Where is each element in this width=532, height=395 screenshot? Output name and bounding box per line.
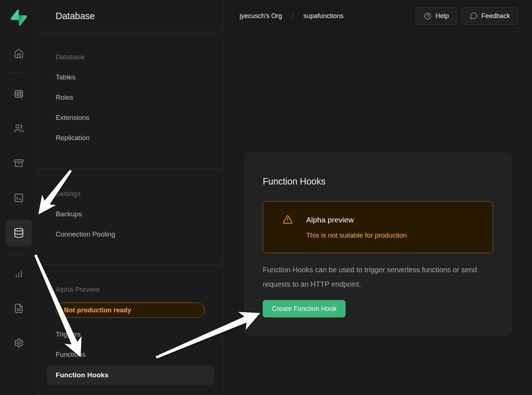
- alpha-preview-alert: Alpha preview This is not suitable for p…: [263, 201, 493, 253]
- nav-authentication[interactable]: [14, 123, 24, 134]
- sidebar-header: Database: [38, 0, 223, 32]
- feedback-button[interactable]: Feedback: [462, 7, 518, 25]
- topbar: jyecusch's Org / supafunctions Help Feed…: [223, 0, 532, 32]
- sidebar-title: Database: [56, 11, 95, 21]
- card-description: Function Hooks can be used to trigger se…: [263, 262, 496, 291]
- create-function-hook-button[interactable]: Create Function Hook: [263, 300, 346, 317]
- breadcrumb-project[interactable]: supafunctions: [304, 12, 344, 20]
- feedback-label: Feedback: [481, 12, 510, 20]
- divider: [38, 169, 223, 169]
- users-icon: [14, 123, 24, 134]
- alert-description: This is not suitable for production: [306, 230, 407, 240]
- card-title: Function Hooks: [263, 175, 493, 188]
- terminal-icon: [14, 193, 24, 203]
- help-button[interactable]: Help: [416, 7, 457, 25]
- section-label-database: Database: [38, 47, 223, 67]
- section-label-alpha-preview: Alpha Preview: [38, 279, 223, 300]
- icon-sidebar: [0, 0, 38, 395]
- nav-database[interactable]: [6, 220, 32, 246]
- divider: [38, 394, 223, 394]
- help-label: Help: [436, 12, 449, 20]
- nav-settings[interactable]: [14, 338, 24, 348]
- sidebar-item-replication[interactable]: Replication: [38, 128, 223, 148]
- supabase-logo-icon: [10, 9, 27, 26]
- table-icon: [14, 89, 24, 99]
- sidebar-item-backups[interactable]: Backups: [38, 204, 223, 224]
- database-sidebar: Database Database Tables Roles Extension…: [38, 0, 223, 395]
- divider: [8, 254, 29, 255]
- breadcrumb-separator: /: [292, 12, 293, 20]
- sidebar-item-triggers[interactable]: Triggers: [38, 324, 223, 344]
- divider: [38, 264, 223, 265]
- sidebar-item-function-hooks-active[interactable]: Function Hooks: [47, 365, 214, 385]
- database-icon: [13, 227, 24, 238]
- nav-storage[interactable]: [14, 158, 24, 168]
- speech-bubble-icon: [469, 12, 478, 20]
- nav-reports[interactable]: [14, 269, 24, 279]
- warning-triangle-icon: [283, 214, 293, 253]
- help-circle-icon: [424, 12, 432, 20]
- main-area: jyecusch's Org / supafunctions Help Feed…: [223, 0, 532, 395]
- function-hooks-card: Function Hooks Alpha preview This is not…: [244, 153, 511, 335]
- not-production-ready-badge: Not production ready: [56, 303, 205, 318]
- sidebar-item-roles[interactable]: Roles: [38, 87, 223, 108]
- supabase-logo[interactable]: [10, 9, 27, 26]
- file-text-icon: [14, 303, 24, 313]
- nav-table-editor[interactable]: [14, 89, 24, 99]
- section-label-settings: Settings: [38, 184, 223, 204]
- breadcrumb: jyecusch's Org / supafunctions: [240, 12, 344, 20]
- supabase-dashboard: Database Database Tables Roles Extension…: [0, 0, 532, 395]
- alert-title: Alpha preview: [306, 214, 407, 225]
- gear-icon: [14, 338, 24, 348]
- sidebar-item-connection-pooling[interactable]: Connection Pooling: [38, 224, 223, 244]
- home-icon: [14, 48, 24, 58]
- sidebar-item-tables[interactable]: Tables: [38, 67, 223, 87]
- sidebar-item-functions[interactable]: Functions: [38, 344, 223, 365]
- archive-icon: [14, 158, 24, 168]
- sidebar-item-extensions[interactable]: Extensions: [38, 108, 223, 128]
- breadcrumb-org[interactable]: jyecusch's Org: [240, 12, 282, 20]
- nav-home[interactable]: [14, 48, 24, 58]
- bar-chart-icon: [14, 269, 24, 279]
- nav-logs[interactable]: [14, 303, 24, 313]
- divider: [8, 72, 29, 73]
- nav-sql-editor[interactable]: [14, 193, 24, 203]
